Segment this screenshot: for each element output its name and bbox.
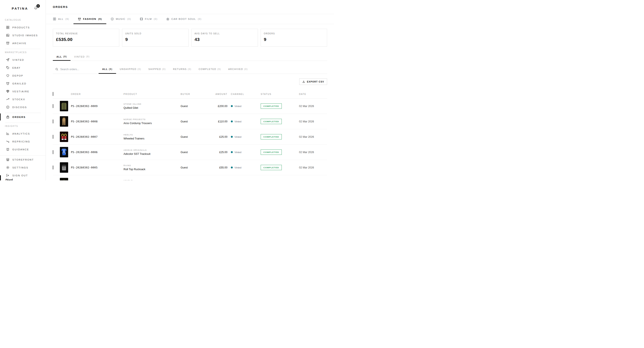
sidebar-item-vinted[interactable]: VINTED xyxy=(0,56,46,64)
channel-dot xyxy=(231,166,233,168)
order-row-partial[interactable]: UNIQLO xyxy=(53,175,327,181)
order-date: 02 Mar 2026 xyxy=(299,166,327,169)
row-checkbox[interactable] xyxy=(53,150,53,154)
sidebar-item-depop[interactable]: DEPOP xyxy=(0,72,46,80)
status-tab-archived[interactable]: ARCHIVED(0) xyxy=(225,68,252,74)
channel-name: Vinted xyxy=(234,136,241,138)
column-header-amount: AMOUNT xyxy=(202,93,228,95)
sidebar-item-ebay[interactable]: EBAY xyxy=(0,64,46,72)
column-header-date: DATE xyxy=(299,93,327,95)
sidebar-item-label: VESTIAIRE xyxy=(12,90,30,93)
gem-icon xyxy=(6,90,10,93)
channel-dot xyxy=(231,136,233,138)
sidebar-item-orders[interactable]: ORDERS xyxy=(0,113,46,121)
order-row[interactable]: PS-20260302-0006ADIDAS ORIGINALSAdicolor… xyxy=(53,144,327,160)
product-brand: RAINS xyxy=(124,164,180,166)
order-row[interactable]: PS-20260302-0005RAINSRoll Top RucksackGu… xyxy=(53,160,327,175)
tab-music[interactable]: MUSIC(0) xyxy=(106,14,136,24)
product-thumbnail xyxy=(60,147,68,157)
sidebar-item-label: DISCOGS xyxy=(12,106,27,109)
grid-icon xyxy=(6,26,10,29)
column-header-channel: CHANNEL xyxy=(228,93,261,95)
sidebar-item-discogs[interactable]: DISCOGS xyxy=(0,103,46,111)
tab-film[interactable]: FILM(0) xyxy=(136,14,162,24)
product-thumbnail xyxy=(60,132,68,142)
row-checkbox-cell xyxy=(53,104,60,108)
status-tab-count: (9) xyxy=(109,68,112,70)
row-checkbox[interactable] xyxy=(53,165,53,169)
order-row[interactable]: PS-20260302-0007HEELYSWheeled TrainersGu… xyxy=(53,129,327,144)
search-orders[interactable] xyxy=(55,68,94,71)
sidebar-item-products[interactable]: PRODUCTS xyxy=(0,24,46,31)
select-all-checkbox[interactable] xyxy=(53,92,53,96)
order-date: 02 Mar 2026 xyxy=(299,135,327,138)
tab-all[interactable]: ALL(9) xyxy=(48,14,74,24)
row-checkbox[interactable] xyxy=(53,135,53,139)
order-date: 02 Mar 2026 xyxy=(299,105,327,108)
status-tab-shipped[interactable]: SHIPPED(0) xyxy=(145,68,170,74)
source-tab-all[interactable]: ALL(9) xyxy=(53,53,70,61)
source-tab-vinted[interactable]: VINTED(9) xyxy=(70,53,93,61)
product-name: Aros Corduroy Trousers xyxy=(124,122,180,125)
sidebar-item-vestiaire[interactable]: VESTIAIRE xyxy=(0,87,46,95)
source-tab-count: (9) xyxy=(63,55,67,58)
tab-count: (9) xyxy=(66,18,69,20)
notifications-button[interactable]: 9 xyxy=(34,6,38,11)
order-row[interactable]: PS-20260302-0009STONE ISLANDQuilted Gile… xyxy=(53,98,327,114)
stat-label: UNITS SOLD xyxy=(125,32,185,35)
channel-name: Vinted xyxy=(234,120,241,123)
channel-cell: Vinted xyxy=(228,166,261,169)
status-badge: COMPLETED xyxy=(261,149,282,155)
status-badge: COMPLETED xyxy=(261,103,282,109)
search-input[interactable] xyxy=(60,68,94,71)
sidebar-item-repricing[interactable]: REPRICING xyxy=(0,137,46,145)
sidebar-item-stockx[interactable]: STOCKX xyxy=(0,95,46,103)
order-row[interactable]: PS-20260302-0008NORSE PROJECTSAros Cordu… xyxy=(53,114,327,129)
send-icon xyxy=(6,58,10,62)
status-tab-unshipped[interactable]: UNSHIPPED(0) xyxy=(116,68,145,74)
product-image-cell xyxy=(60,175,71,181)
brand-logo[interactable]: PATINA xyxy=(12,7,28,10)
log-out-icon xyxy=(6,173,10,177)
order-date: 02 Mar 2026 xyxy=(299,120,327,123)
sidebar-item-label: ARCHIVE xyxy=(12,42,26,45)
status-tab-completed[interactable]: COMPLETED(9) xyxy=(195,68,225,74)
status-cell: COMPLETED xyxy=(261,103,299,109)
film-icon xyxy=(140,17,143,21)
channel-dot xyxy=(231,120,233,122)
tab-fashion[interactable]: FASHION(9) xyxy=(74,14,106,24)
sidebar-item-analytics[interactable]: ANALYTICS xyxy=(0,130,46,137)
row-checkbox[interactable] xyxy=(53,104,53,108)
tab-car-boot-soul[interactable]: CAR BOOT SOUL(0) xyxy=(162,14,206,24)
page-header: ORDERS xyxy=(46,0,334,14)
sidebar-item-label: ANALYTICS xyxy=(12,132,30,135)
export-csv-button[interactable]: EXPORT CSV xyxy=(299,78,327,85)
filter-row: ALL(9)UNSHIPPED(0)SHIPPED(0)RETURNS(0)CO… xyxy=(53,61,327,74)
trend-up-icon xyxy=(6,97,10,101)
status-tab-returns[interactable]: RETURNS(0) xyxy=(169,68,195,74)
sidebar-item-archive[interactable]: ARCHIVE xyxy=(0,39,46,47)
sidebar-item-label: PRODUCTS xyxy=(12,26,30,29)
app: { "brand": { "logo": "PATINA", "notifica… xyxy=(0,0,334,181)
status-tab-all[interactable]: ALL(9) xyxy=(98,68,116,74)
sidebar-item-storefront[interactable]: STOREFRONT xyxy=(0,156,46,163)
sidebar-item-studio-images[interactable]: STUDIO IMAGES xyxy=(0,31,46,39)
image-icon xyxy=(6,34,10,37)
tshirt-icon xyxy=(6,82,10,85)
row-checkbox[interactable] xyxy=(53,119,53,123)
product-brand: NORSE PROJECTS xyxy=(124,118,180,120)
row-checkbox-cell xyxy=(53,166,60,169)
sidebar: PATINA 9 CATALOGUEPRODUCTSSTUDIO IMAGESA… xyxy=(0,0,46,181)
sidebar-item-grailed[interactable]: GRAILED xyxy=(0,80,46,87)
stat-label: ORDERS xyxy=(264,32,324,35)
order-amount: £25.00 xyxy=(202,151,228,154)
sidebar-item-label: EBAY xyxy=(12,67,21,69)
sidebar-item-label: GUIDANCE xyxy=(12,148,29,151)
channel-dot xyxy=(231,151,233,153)
store-icon xyxy=(6,158,10,161)
sidebar-item-label: SETTINGS xyxy=(12,166,28,169)
channel-dot xyxy=(231,105,233,107)
sidebar-item-settings[interactable]: SETTINGS xyxy=(0,163,46,171)
sidebar-item-guidance[interactable]: GUIDANCE xyxy=(0,145,46,153)
buyer-name: Guest xyxy=(180,105,202,108)
